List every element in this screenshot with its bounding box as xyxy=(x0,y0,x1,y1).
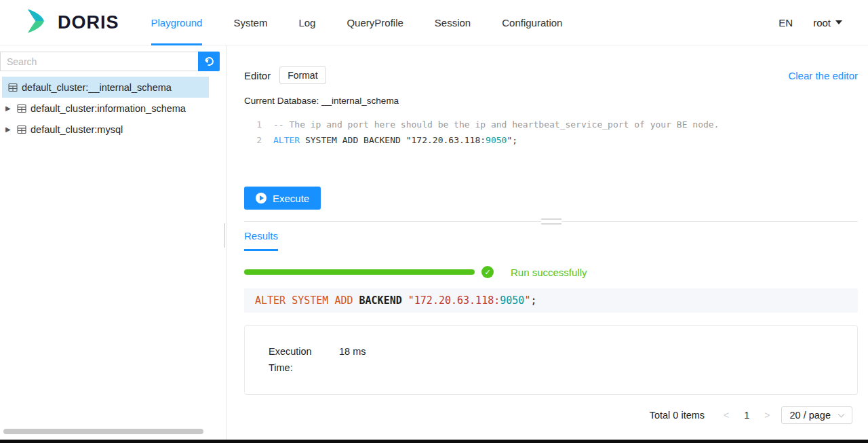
sql-text: ; xyxy=(530,294,536,307)
doris-app: DORIS Playground System Log QueryProfile… xyxy=(0,0,868,443)
sql-string: "172.20.63.118: xyxy=(406,135,486,145)
execute-button[interactable]: Execute xyxy=(244,187,321,210)
splitter[interactable] xyxy=(244,221,858,222)
execution-time-label: Execution Time: xyxy=(269,343,319,394)
pagination-total: Total 0 items xyxy=(650,410,705,421)
current-database: Current Database: __internal_schema xyxy=(244,96,858,106)
page-size-select[interactable]: 20 / page xyxy=(781,406,852,424)
caret-down-icon xyxy=(835,20,842,24)
top-navbar: DORIS Playground System Log QueryProfile… xyxy=(0,0,868,45)
tree-item-label: default_cluster:__internal_schema xyxy=(22,82,172,93)
sql-editor[interactable]: 1 -- The ip and port here should be the … xyxy=(244,117,858,148)
tree-item-internal-schema[interactable]: default_cluster:__internal_schema xyxy=(2,77,209,98)
doris-logo-icon xyxy=(24,7,51,38)
main-nav: Playground System Log QueryProfile Sessi… xyxy=(136,0,578,45)
window-bottom-edge xyxy=(0,440,868,443)
nav-label: QueryProfile xyxy=(347,17,403,28)
sql-number: 9050 xyxy=(486,135,507,145)
nav-item-log[interactable]: Log xyxy=(298,0,315,45)
status-text: Run successfully xyxy=(511,267,587,278)
editor-line: 1 -- The ip and port here should be the … xyxy=(244,117,858,132)
progress-bar xyxy=(244,269,475,275)
language-switch[interactable]: EN xyxy=(778,17,793,28)
nav-item-configuration[interactable]: Configuration xyxy=(502,0,562,45)
nav-label: Log xyxy=(298,17,315,28)
navbar-right: EN root xyxy=(778,17,842,28)
nav-item-queryprofile[interactable]: QueryProfile xyxy=(347,0,403,45)
clear-editor-link[interactable]: Clear the editor xyxy=(788,70,858,81)
sql-keyword-bold: BACKEND xyxy=(359,294,402,307)
next-page-button[interactable]: > xyxy=(760,410,774,421)
sql-keyword: ALTER xyxy=(273,135,300,145)
database-tree: default_cluster:__internal_schema ▶ defa… xyxy=(0,77,226,140)
page-size-value: 20 / page xyxy=(790,410,831,421)
execute-label: Execute xyxy=(273,193,309,204)
nav-item-system[interactable]: System xyxy=(233,0,267,45)
execution-time-value: 18 ms xyxy=(339,343,366,394)
sql-comment: -- The ip and port here should be the ip… xyxy=(273,119,719,130)
sql-keyword: ALTER SYSTEM ADD xyxy=(255,294,359,307)
search-row xyxy=(0,52,226,71)
database-icon xyxy=(17,104,26,113)
nav-label: System xyxy=(233,17,267,28)
refresh-icon xyxy=(203,56,214,67)
status-row: ✓ Run successfully xyxy=(244,266,858,278)
refresh-button[interactable] xyxy=(198,52,220,71)
sql-number: 9050 xyxy=(500,294,524,307)
success-check-icon: ✓ xyxy=(481,266,494,278)
nav-item-playground[interactable]: Playground xyxy=(151,0,203,45)
executed-sql-block: ALTER SYSTEM ADD BACKEND "172.20.63.118:… xyxy=(244,288,858,313)
horizontal-scrollbar[interactable] xyxy=(3,429,203,434)
tree-item-mysql[interactable]: ▶ default_cluster:mysql xyxy=(0,119,209,140)
user-menu[interactable]: root xyxy=(813,17,842,28)
tree-item-label: default_cluster:information_schema xyxy=(31,103,186,114)
editor-header: Editor Format Clear the editor xyxy=(244,66,858,85)
sql-text: "; xyxy=(507,135,517,145)
database-sidebar: default_cluster:__internal_schema ▶ defa… xyxy=(0,45,227,440)
nav-label: Configuration xyxy=(502,17,562,28)
execution-info-box: Execution Time: 18 ms xyxy=(244,325,858,395)
expand-caret-icon[interactable]: ▶ xyxy=(5,126,17,133)
tree-item-label: default_cluster:mysql xyxy=(31,124,123,135)
pagination: Total 0 items < 1 > 20 / page xyxy=(244,406,858,424)
splitter-handle[interactable] xyxy=(541,218,561,225)
nav-item-session[interactable]: Session xyxy=(435,0,471,45)
sidebar-resize-grip[interactable] xyxy=(224,223,225,248)
user-name: root xyxy=(813,17,831,28)
prev-page-button[interactable]: < xyxy=(719,410,733,421)
sql-text: SYSTEM ADD BACKEND xyxy=(300,135,406,145)
line-number: 2 xyxy=(244,132,262,148)
brand[interactable]: DORIS xyxy=(24,7,119,38)
line-number: 1 xyxy=(244,117,262,132)
database-icon xyxy=(8,83,18,92)
sql-string: "172.20.63.118: xyxy=(402,294,500,307)
search-input[interactable] xyxy=(0,52,198,71)
page-number[interactable]: 1 xyxy=(740,410,753,421)
nav-label: Session xyxy=(435,17,471,28)
editor-line: 2 ALTER SYSTEM ADD BACKEND "172.20.63.11… xyxy=(244,132,858,148)
database-icon xyxy=(17,125,26,134)
chevron-down-icon xyxy=(838,410,845,417)
code-text: ALTER SYSTEM ADD BACKEND "172.20.63.118:… xyxy=(273,132,517,148)
playground-main: Editor Format Clear the editor Current D… xyxy=(227,45,868,440)
brand-name: DORIS xyxy=(58,12,119,33)
results-tabs: Results xyxy=(244,230,858,251)
nav-label: Playground xyxy=(151,17,203,28)
tree-item-information-schema[interactable]: ▶ default_cluster:information_schema xyxy=(0,98,209,119)
expand-caret-icon[interactable]: ▶ xyxy=(5,104,17,112)
format-button[interactable]: Format xyxy=(279,66,326,84)
editor-title: Editor xyxy=(244,70,271,81)
code-text: -- The ip and port here should be the ip… xyxy=(273,117,719,132)
play-icon xyxy=(256,193,267,204)
tab-results[interactable]: Results xyxy=(244,230,278,251)
